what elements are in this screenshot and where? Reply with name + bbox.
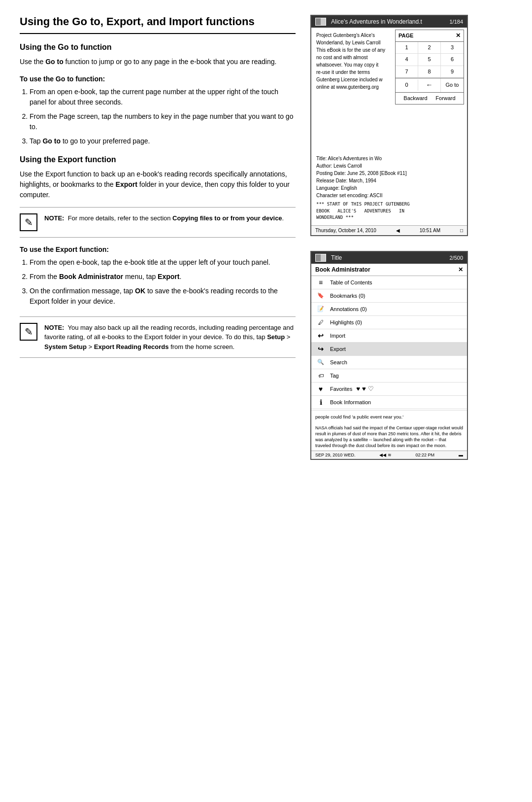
- main-title: Using the Go to, Export, and Import func…: [20, 15, 296, 34]
- device2-titlebar: Title 2/500: [311, 252, 467, 264]
- menu-highlights[interactable]: Highlights (0): [311, 316, 467, 329]
- toc-label: Table of Contents: [330, 279, 372, 285]
- step3-goto: Go to: [42, 137, 61, 145]
- search-icon: [315, 358, 326, 366]
- menu-export[interactable]: Export: [311, 343, 467, 356]
- page-num-7[interactable]: 7: [396, 66, 418, 78]
- page-num-6[interactable]: 6: [441, 54, 464, 66]
- page-num-2[interactable]: 2: [418, 42, 441, 54]
- menu-import[interactable]: Import: [311, 329, 467, 343]
- book-info-label: Book Information: [330, 399, 371, 405]
- section1-body: Use the Go to function to jump or go to …: [20, 57, 296, 67]
- page-popup-header: PAGE ✕: [396, 30, 464, 42]
- list-icon: [315, 279, 326, 286]
- page-num-5[interactable]: 5: [418, 54, 441, 66]
- page-num-9[interactable]: 9: [441, 66, 464, 78]
- page-num-3[interactable]: 3: [441, 42, 464, 54]
- step-1: From an open e-book, tap the current pag…: [30, 87, 296, 107]
- menu-table-of-contents[interactable]: Table of Contents: [311, 276, 467, 289]
- highlight-icon: [315, 318, 326, 326]
- page-goto-btn[interactable]: Go to: [441, 79, 464, 91]
- page-num-1[interactable]: 1: [396, 42, 418, 54]
- section2-steps: From the open e-book, tap the e-book tit…: [20, 257, 296, 307]
- page-num-4[interactable]: 4: [396, 54, 418, 66]
- ok-bold: OK: [135, 287, 145, 295]
- highlights-label: Highlights (0): [330, 319, 362, 325]
- left-column: Using the Go to, Export, and Import func…: [20, 15, 296, 460]
- heart-2[interactable]: ♥: [362, 385, 366, 392]
- book-icon-2: [315, 254, 326, 262]
- section2-title: Using the Export function: [20, 155, 296, 164]
- device1-titlebar: Alice's Adventures in Wonderland.t 1/184: [311, 16, 467, 28]
- device1-title: Alice's Adventures in Wonderland.t: [331, 18, 446, 25]
- device2-body-preview: people could find 'a public event near y…: [311, 410, 467, 423]
- section1-subsection-title: To use the Go to function:: [20, 75, 296, 83]
- section1-title: Using the Go to function: [20, 43, 296, 52]
- menu-annotations[interactable]: Annotations (0): [311, 303, 467, 316]
- backward-btn[interactable]: Backward: [403, 95, 427, 102]
- menu-tag[interactable]: Tag: [311, 369, 467, 383]
- menu-favorites[interactable]: Favorites ♥ ♥ ♡: [311, 383, 467, 396]
- page-popup[interactable]: PAGE ✕ 1 2 3 4 5 6 7 8 9: [395, 30, 464, 105]
- device1-bookinfo: Title: Alice's Adventures in Wo Author: …: [316, 155, 462, 221]
- note-bottom-label: NOTE:: [44, 324, 64, 331]
- page-nav-row[interactable]: Backward Forward: [396, 93, 464, 104]
- note-text: NOTE: For more details, refer to the sec…: [44, 213, 284, 223]
- note-bold: Copying files to or from your device: [172, 214, 282, 222]
- setup-bold: Setup: [267, 333, 285, 341]
- device2-news-text: NASA officials had said the impact of th…: [311, 423, 467, 451]
- note-icon: [20, 213, 37, 231]
- device1-body: Project Gutenberg's Alice's Wonderland, …: [316, 32, 395, 91]
- exportrecords-bold: Export Reading Records: [94, 343, 169, 350]
- book-icon: [315, 18, 326, 26]
- systemsetup-bold: System Setup: [44, 343, 87, 350]
- page-layout: Using the Go to, Export, and Import func…: [20, 15, 512, 460]
- tag-label: Tag: [330, 373, 339, 379]
- search-label: Search: [330, 359, 347, 365]
- menu-bookmarks[interactable]: Bookmarks (0): [311, 289, 467, 303]
- page-number-grid[interactable]: 1 2 3 4 5 6 7 8 9: [396, 42, 464, 78]
- export-icon: [315, 345, 326, 353]
- note-label: NOTE:: [44, 214, 64, 222]
- device2-date: SEP 29, 2010 WED.: [315, 453, 355, 457]
- heart-3[interactable]: ♡: [368, 385, 374, 392]
- device-screen-2: Title 2/500 Book Administrator ✕ Table o…: [310, 251, 468, 460]
- export-step-2: From the Book Administrator menu, tap Ex…: [30, 272, 296, 282]
- page-popup-close[interactable]: ✕: [456, 32, 461, 40]
- fav-hearts: ♥ ♥ ♡: [356, 385, 373, 392]
- menu-book-info[interactable]: Book Information: [311, 396, 467, 409]
- note-box-bottom: NOTE: You may also back up all the readi…: [20, 316, 296, 358]
- device1-time: 10:51 AM: [420, 228, 440, 233]
- battery-icon: □: [460, 228, 463, 233]
- heart-1[interactable]: ♥: [356, 385, 360, 392]
- signal-icons: ◀◀ ≋: [379, 453, 392, 457]
- note-text-bottom: NOTE: You may also back up all the readi…: [44, 323, 296, 352]
- goto-bold: Go to: [45, 58, 64, 66]
- forward-btn[interactable]: Forward: [435, 95, 455, 102]
- export-step-3: On the confirmation message, tap OK to s…: [30, 286, 296, 307]
- note-box: NOTE: For more details, refer to the sec…: [20, 207, 296, 238]
- device2-time: 02:22 PM: [416, 453, 435, 457]
- page-popup-label: PAGE: [399, 32, 413, 39]
- device2-content: Book Administrator ✕ Table of Contents B…: [311, 264, 467, 451]
- page-grid-bottom[interactable]: 0 ← Go to: [396, 78, 464, 93]
- book-admin-label: Book Administrator: [315, 266, 370, 273]
- book-admin-close[interactable]: ✕: [458, 266, 463, 273]
- speaker-icon: ◀: [396, 228, 400, 233]
- page-num-8[interactable]: 8: [418, 66, 441, 78]
- right-column: Alice's Adventures in Wonderland.t 1/184…: [310, 15, 478, 460]
- tag-icon: [315, 372, 326, 380]
- step-3: Tap Go to to go to your preferred page.: [30, 136, 296, 146]
- menu-search[interactable]: Search: [311, 356, 467, 369]
- step-2: From the Page screen, tap the numbers to…: [30, 111, 296, 132]
- annotations-label: Annotations (0): [330, 306, 367, 312]
- device1-content: Project Gutenberg's Alice's Wonderland, …: [311, 28, 467, 225]
- device2-statusbar: SEP 29, 2010 WED. ◀◀ ≋ 02:22 PM ▬: [311, 451, 467, 459]
- page-backspace[interactable]: ←: [418, 78, 441, 92]
- export-bold2: Export: [158, 273, 179, 280]
- section2-body: Use the Export function to back up an e-…: [20, 169, 296, 200]
- battery-icon-2: ▬: [459, 453, 463, 457]
- device2-title: Title: [331, 254, 446, 261]
- annotation-icon: [315, 305, 326, 313]
- page-num-0[interactable]: 0: [396, 79, 418, 91]
